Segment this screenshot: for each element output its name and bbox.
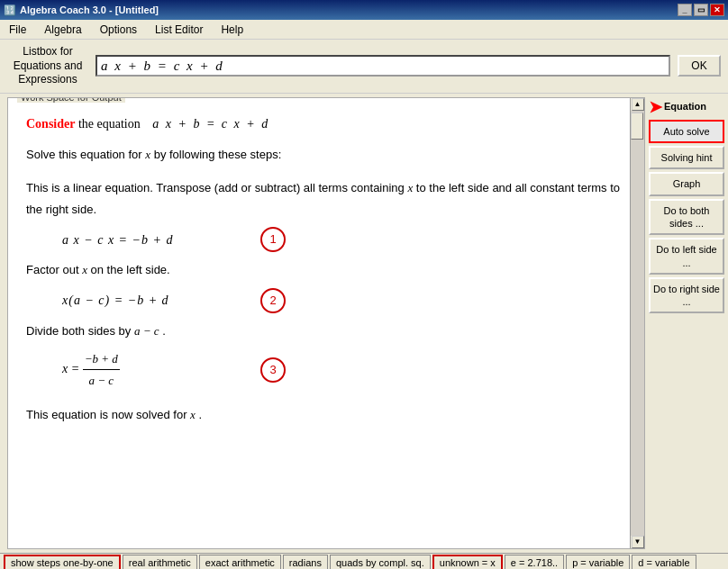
graph-button[interactable]: Graph — [649, 172, 724, 195]
consider-text: the equation — [78, 117, 143, 131]
menu-list-editor[interactable]: List Editor — [150, 22, 208, 38]
step1-number: 1 — [260, 227, 286, 252]
status-real-arithmetic[interactable]: real arithmetic — [123, 555, 197, 569]
step3-fraction: −b + d a − c — [83, 348, 120, 392]
menu-file[interactable]: File — [4, 22, 32, 38]
title-bar: 🔢 Algebra Coach 3.0 - [Untitled] _ ▭ ✕ — [0, 0, 728, 20]
solve-suffix: by following these steps: — [154, 148, 282, 161]
solved-text: This equation is now solved for — [26, 408, 190, 421]
consider-line: Consider the equation a x + b = c x + d — [26, 113, 630, 135]
desc3: Divide both sides by a − c . — [26, 321, 630, 341]
desc1: This is a linear equation. Transpose (ad… — [26, 177, 630, 220]
solved-line: This equation is now solved for x . — [26, 404, 630, 425]
solving-hint-button[interactable]: Solving hint — [649, 146, 724, 169]
step2-eq-text: x(a − c) = −b + d — [62, 294, 169, 307]
do-left-side-button[interactable]: Do to left side ... — [649, 238, 724, 275]
scroll-up-button[interactable]: ▲ — [632, 98, 644, 111]
do-both-sides-button[interactable]: Do to both sides ... — [649, 199, 724, 236]
status-e[interactable]: e = 2.718.. — [505, 555, 564, 569]
menu-options[interactable]: Options — [95, 22, 142, 38]
step3-equation: x = −b + d a − c — [62, 348, 242, 392]
ok-button[interactable]: OK — [678, 55, 721, 77]
scroll-down-button[interactable]: ▼ — [632, 536, 644, 548]
equation-label-row: ➤ Equation — [649, 97, 724, 117]
workspace-label: Work Space for Output — [17, 97, 125, 103]
desc3-suffix: . — [162, 324, 166, 338]
step1-container: a x − c x = −b + d 1 — [26, 227, 630, 252]
desc2-var: x — [82, 263, 87, 276]
close-button[interactable]: ✕ — [710, 4, 724, 16]
restore-button[interactable]: ▭ — [694, 4, 708, 16]
status-radians[interactable]: radians — [283, 555, 328, 569]
solve-intro: Solve this equation for — [26, 148, 145, 161]
title-bar-left: 🔢 Algebra Coach 3.0 - [Untitled] — [4, 5, 159, 16]
desc3-expr: a − c — [134, 324, 159, 338]
fraction-numerator: −b + d — [83, 348, 120, 370]
desc2: Factor out x on the left side. — [26, 259, 630, 280]
solved-var: x — [190, 408, 196, 421]
status-quads[interactable]: quads by compl. sq. — [330, 555, 431, 569]
workspace-content[interactable]: Consider the equation a x + b = c x + d … — [8, 98, 644, 548]
step2-container: x(a − c) = −b + d 2 — [26, 288, 630, 313]
do-right-side-button[interactable]: Do to right side ... — [649, 277, 724, 314]
desc3-text: Divide both sides by — [26, 324, 134, 338]
title-bar-buttons: _ ▭ ✕ — [678, 4, 724, 16]
status-bar: show steps one-by-one real arithmetic ex… — [0, 553, 728, 569]
status-unknown[interactable]: unknown = x — [432, 555, 503, 569]
step3-number: 3 — [260, 357, 286, 383]
side-panel: ➤ Equation Auto solve Solving hint Graph… — [647, 94, 728, 553]
status-exact-arithmetic[interactable]: exact arithmetic — [199, 555, 281, 569]
scroll-track[interactable] — [631, 111, 644, 536]
consider-equation: a x + b = c x + d — [152, 117, 269, 131]
arrow-icon: ➤ — [649, 97, 662, 117]
step2-equation: x(a − c) = −b + d — [62, 289, 242, 312]
equation-label: Equation — [664, 101, 706, 112]
menu-bar: File Algebra Options List Editor Help — [0, 20, 728, 40]
toolbar: Listbox for Equations and Expressions OK — [0, 40, 728, 94]
step2-number: 2 — [260, 288, 286, 313]
scrollbar[interactable]: ▲ ▼ — [630, 98, 644, 548]
solved-suffix: . — [199, 408, 203, 421]
app-icon: 🔢 — [4, 5, 16, 16]
solve-instruction: Solve this equation for x by following t… — [26, 144, 630, 165]
status-p-variable[interactable]: p = variable — [566, 555, 630, 569]
menu-help[interactable]: Help — [215, 22, 249, 38]
equation-input[interactable] — [96, 55, 670, 77]
solve-var: x — [145, 148, 150, 161]
minimize-button[interactable]: _ — [678, 4, 692, 16]
step1-equation: a x − c x = −b + d — [62, 229, 242, 251]
status-d-variable[interactable]: d = variable — [632, 555, 696, 569]
desc2-suffix: on the left side. — [91, 263, 170, 276]
status-show-steps[interactable]: show steps one-by-one — [4, 555, 121, 569]
consider-word: Consider — [26, 117, 75, 131]
scroll-thumb[interactable] — [631, 113, 643, 140]
step3-container: x = −b + d a − c 3 — [26, 348, 630, 392]
listbox-label: Listbox for Equations and Expressions — [7, 45, 88, 87]
menu-algebra[interactable]: Algebra — [39, 22, 86, 38]
auto-solve-button[interactable]: Auto solve — [649, 120, 724, 143]
fraction-denominator: a − c — [86, 370, 115, 391]
desc1-text: This is a linear equation. Transpose (ad… — [26, 181, 407, 194]
workspace: Work Space for Output Consider the equat… — [7, 97, 645, 549]
main-area: Work Space for Output Consider the equat… — [0, 94, 728, 553]
app-title: Algebra Coach 3.0 - [Untitled] — [20, 5, 159, 15]
step1-eq-text: a x − c x = −b + d — [62, 233, 173, 247]
desc2-text: Factor out — [26, 263, 82, 276]
